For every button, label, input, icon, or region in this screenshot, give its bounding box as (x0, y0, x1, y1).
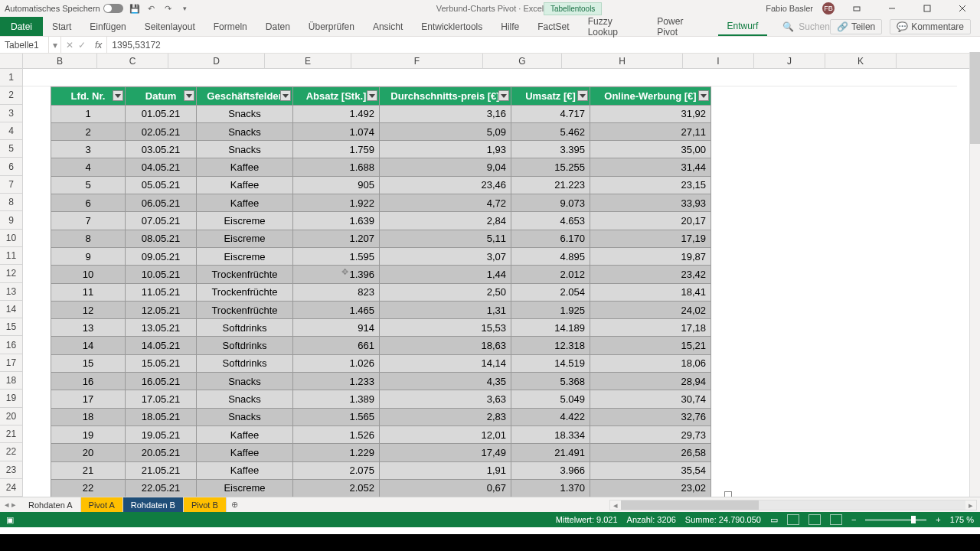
table-cell[interactable]: Snacks (197, 408, 293, 425)
table-cell[interactable]: 23,46 (380, 176, 511, 194)
table-cell[interactable]: 1.229 (293, 444, 380, 461)
table-cell[interactable]: 1.595 (293, 247, 380, 265)
ribbon-tab-einfügen[interactable]: Einfügen (80, 17, 135, 36)
table-cell[interactable]: 4.895 (511, 247, 590, 265)
table-cell[interactable]: Kaffee (197, 158, 293, 176)
table-cell[interactable]: 21.491 (511, 444, 590, 461)
table-cell[interactable]: 1.396 (293, 266, 380, 283)
row-header-24[interactable]: 24 (0, 479, 22, 497)
table-cell[interactable]: 35,54 (590, 461, 711, 479)
table-row[interactable]: 303.05.21Snacks1.7591,933.39535,00 (51, 141, 711, 158)
table-cell[interactable]: 02.05.21 (126, 122, 197, 140)
column-header-E[interactable]: E (265, 54, 351, 68)
table-cell[interactable]: 22.05.21 (126, 479, 197, 497)
table-cell[interactable]: Snacks (197, 105, 293, 122)
table-cell[interactable]: 18.334 (511, 425, 590, 443)
table-cell[interactable]: 20 (51, 444, 126, 461)
table-cell[interactable]: 14.519 (511, 354, 590, 372)
filter-button[interactable] (577, 90, 588, 101)
table-header[interactable]: Online-Werbung [€] (590, 87, 711, 105)
table-cell[interactable]: 05.05.21 (126, 176, 197, 194)
table-header[interactable]: Absatz [Stk.] (293, 87, 380, 105)
table-cell[interactable]: 20,17 (590, 212, 711, 230)
table-cell[interactable]: 21.223 (511, 176, 590, 194)
table-cell[interactable]: 4.422 (511, 408, 590, 425)
select-all-triangle[interactable] (0, 54, 23, 68)
column-header-F[interactable]: F (351, 54, 483, 68)
add-sheet-button[interactable]: ⊕ (227, 497, 243, 512)
table-cell[interactable]: 09.05.21 (126, 247, 197, 265)
table-header[interactable]: Lfd. Nr. (51, 87, 126, 105)
table-cell[interactable]: 3,63 (380, 390, 511, 408)
table-cell[interactable]: 21 (51, 461, 126, 479)
table-cell[interactable]: 17,19 (590, 230, 711, 247)
row-header-22[interactable]: 22 (0, 443, 22, 461)
table-row[interactable]: 808.05.21Eiscreme1.2075,116.17017,19 (51, 230, 711, 247)
row-header-16[interactable]: 16 (0, 336, 22, 354)
table-cell[interactable]: 7 (51, 212, 126, 230)
table-row[interactable]: 707.05.21Eiscreme1.6392,844.65320,17 (51, 212, 711, 230)
table-cell[interactable]: 9.073 (511, 194, 590, 212)
row-header-5[interactable]: 5 (0, 140, 22, 158)
table-cell[interactable]: Snacks (197, 122, 293, 140)
table-row[interactable]: 1111.05.21Trockenfrüchte8232,502.05418,4… (51, 283, 711, 301)
table-cell[interactable]: 6.170 (511, 230, 590, 247)
table-cell[interactable]: 661 (293, 337, 380, 354)
table-cell[interactable]: 1.074 (293, 122, 380, 140)
table-cell[interactable]: 13.05.21 (126, 319, 197, 337)
close-icon[interactable] (949, 0, 975, 17)
table-cell[interactable]: 23,15 (590, 176, 711, 194)
table-cell[interactable]: 04.05.21 (126, 158, 197, 176)
table-cell[interactable]: 17,49 (380, 444, 511, 461)
table-cell[interactable]: 5,11 (380, 230, 511, 247)
table-cell[interactable]: 5.368 (511, 373, 590, 390)
column-header-G[interactable]: G (483, 54, 562, 68)
zoom-in-icon[interactable]: + (936, 515, 940, 524)
table-cell[interactable]: 4.653 (511, 212, 590, 230)
table-cell[interactable]: 14.05.21 (126, 337, 197, 354)
column-header-B[interactable]: B (23, 54, 97, 68)
table-row[interactable]: 606.05.21Kaffee1.9224,729.07333,93 (51, 194, 711, 212)
table-cell[interactable]: 16 (51, 373, 126, 390)
table-cell[interactable]: Kaffee (197, 194, 293, 212)
table-cell[interactable]: 3 (51, 141, 126, 158)
row-header-23[interactable]: 23 (0, 461, 22, 479)
table-cell[interactable]: 6 (51, 194, 126, 212)
table-cell[interactable]: 14 (51, 337, 126, 354)
row-header-18[interactable]: 18 (0, 372, 22, 390)
table-cell[interactable]: 2,50 (380, 283, 511, 301)
table-cell[interactable]: 1.389 (293, 390, 380, 408)
table-cell[interactable]: Kaffee (197, 461, 293, 479)
table-cell[interactable]: 3.395 (511, 141, 590, 158)
table-cell[interactable]: 4.717 (511, 105, 590, 122)
filter-button[interactable] (184, 90, 194, 101)
table-cell[interactable]: 1,44 (380, 266, 511, 283)
table-cell[interactable]: 10.05.21 (126, 266, 197, 283)
table-cell[interactable]: 914 (293, 319, 380, 337)
table-header[interactable]: Geschäftsfelder (197, 87, 293, 105)
table-cell[interactable]: 1 (51, 105, 126, 122)
table-cell[interactable]: 14,14 (380, 354, 511, 372)
row-header-8[interactable]: 8 (0, 194, 22, 211)
vertical-scrollbar[interactable] (969, 52, 980, 504)
normal-view-icon[interactable] (787, 514, 799, 525)
table-row[interactable]: 1717.05.21Snacks1.3893,635.04930,74 (51, 390, 711, 408)
table-cell[interactable]: 18.05.21 (126, 408, 197, 425)
table-cell[interactable]: 5 (51, 176, 126, 194)
table-cell[interactable]: 1.565 (293, 408, 380, 425)
table-cell[interactable]: Softdrinks (197, 319, 293, 337)
ribbon-tab-ansicht[interactable]: Ansicht (364, 17, 412, 36)
table-row[interactable]: 2222.05.21Eiscreme2.0520,671.37023,02 (51, 479, 711, 497)
table-cell[interactable]: 3,07 (380, 247, 511, 265)
ribbon-display-icon[interactable] (844, 0, 870, 17)
enter-formula-icon[interactable]: ✓ (78, 40, 86, 51)
page-layout-view-icon[interactable] (808, 514, 821, 525)
table-cell[interactable]: Softdrinks (197, 337, 293, 354)
filter-button[interactable] (113, 90, 123, 101)
table-cell[interactable]: 0,67 (380, 479, 511, 497)
table-cell[interactable]: 01.05.21 (126, 105, 197, 122)
table-cell[interactable]: 1.465 (293, 301, 380, 318)
table-cell[interactable]: 10 (51, 266, 126, 283)
cancel-formula-icon[interactable]: ✕ (66, 40, 74, 51)
table-cell[interactable]: 1,31 (380, 301, 511, 318)
